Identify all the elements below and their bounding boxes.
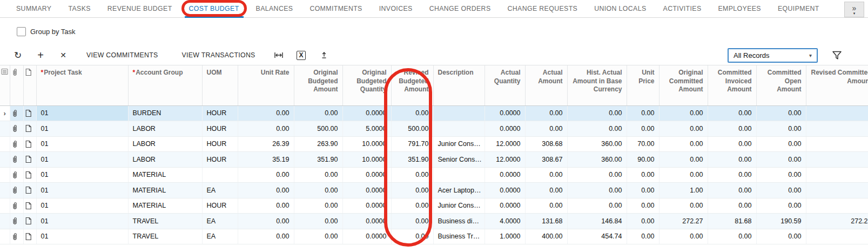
cell-orig_committed_amount[interactable]: 0.00 [659, 152, 708, 168]
cell-actual_quantity[interactable]: 0.0000 [485, 167, 525, 183]
cell-project_task[interactable]: 01 [36, 152, 128, 168]
delete-row-button[interactable]: ✕ [52, 47, 75, 63]
cell-unit_price[interactable]: 0.00 [627, 229, 659, 244]
cell-orig_budgeted_amount[interactable]: 0.00 [294, 183, 342, 198]
cell-uom[interactable]: EA [202, 214, 238, 229]
cell-orig_committed_amount[interactable]: 0.00 [659, 105, 708, 121]
cell-revised_budgeted_amount[interactable]: 0.00 [391, 214, 433, 229]
column-header-actual_amount[interactable]: Actual Amount [525, 65, 567, 105]
cell-orig_budgeted_quantity[interactable]: 0.0000 [342, 105, 391, 121]
cell-revised_committed_amount[interactable] [806, 229, 868, 244]
cell-orig_committed_amount[interactable]: 0.00 [659, 229, 708, 244]
cell-unit_price[interactable]: 0.00 [627, 105, 659, 121]
tab-balances[interactable]: BALANCES [256, 0, 293, 17]
cell-orig_committed_amount[interactable]: 0.00 [659, 136, 708, 152]
column-header-uom[interactable]: UOM [202, 65, 238, 105]
cell-actual_quantity[interactable]: 0.0000 [485, 121, 525, 137]
cell-committed_invoiced_amount[interactable]: 0.00 [708, 229, 756, 244]
note-cell[interactable] [23, 121, 36, 137]
column-header-orig_budgeted_quantity[interactable]: Original Budgeted Quantity [342, 65, 391, 105]
cell-unit_price[interactable]: 0.00 [627, 167, 659, 183]
cell-orig_committed_amount[interactable]: 0.00 [659, 121, 708, 137]
cell-orig_budgeted_amount[interactable]: 351.90 [294, 152, 342, 168]
cell-account_group[interactable]: MATERIAL [128, 167, 202, 183]
cell-committed_invoiced_amount[interactable]: 0.00 [708, 152, 756, 168]
cell-actual_amount[interactable]: 0.00 [525, 167, 567, 183]
cell-orig_committed_amount[interactable]: 0.00 [659, 198, 708, 214]
cell-unit_rate[interactable]: 26.39 [238, 136, 294, 152]
attachment-cell[interactable] [10, 152, 23, 168]
attachment-cell[interactable] [10, 214, 23, 229]
row-selector-cell[interactable]: › [0, 105, 10, 121]
attachment-cell[interactable] [10, 229, 23, 244]
tab-change-orders[interactable]: CHANGE ORDERS [429, 0, 491, 17]
cell-project_task[interactable]: 01 [36, 167, 128, 183]
cell-unit_rate[interactable]: 0.00 [238, 229, 294, 244]
cell-project_task[interactable]: 01 [36, 198, 128, 214]
cell-orig_budgeted_amount[interactable]: 263.90 [294, 136, 342, 152]
column-header-hist_actual_amount[interactable]: Hist. Actual Amount in Base Currency [567, 65, 627, 105]
cell-committed_invoiced_amount[interactable]: 81.68 [708, 214, 756, 229]
records-filter-select[interactable]: All Records ▾ [728, 48, 818, 63]
cell-orig_budgeted_amount[interactable]: 0.00 [294, 198, 342, 214]
cell-hist_actual_amount[interactable]: 0.00 [567, 183, 627, 198]
column-header-actual_quantity[interactable]: Actual Quantity [485, 65, 525, 105]
cell-orig_committed_amount[interactable]: 0.00 [659, 167, 708, 183]
cell-orig_budgeted_quantity[interactable]: 5.0000 [342, 121, 391, 137]
cell-orig_budgeted_amount[interactable]: 0.00 [294, 214, 342, 229]
cell-orig_budgeted_quantity[interactable]: 0.0000 [342, 183, 391, 198]
attachment-cell[interactable] [10, 121, 23, 137]
cell-orig_budgeted_quantity[interactable]: 0.0000 [342, 214, 391, 229]
cell-uom[interactable]: HOUR [202, 152, 238, 168]
cell-actual_amount[interactable]: 308.68 [525, 136, 567, 152]
note-cell[interactable] [23, 167, 36, 183]
cell-orig_budgeted_quantity[interactable]: 0.0000 [342, 167, 391, 183]
cell-actual_quantity[interactable]: 0.0000 [485, 183, 525, 198]
cell-unit_rate[interactable]: 35.19 [238, 152, 294, 168]
cell-orig_committed_amount[interactable]: 272.27 [659, 214, 708, 229]
tab-change-requests[interactable]: CHANGE REQUESTS [508, 0, 578, 17]
cell-uom[interactable]: EA [202, 183, 238, 198]
cell-committed_open_amount[interactable]: 0.00 [756, 167, 806, 183]
cell-revised_budgeted_amount[interactable]: 351.90 [391, 152, 433, 168]
column-header-revised_committed_amount[interactable]: Revised Committed Amount [806, 65, 868, 105]
cell-orig_budgeted_quantity[interactable]: 0.0000 [342, 229, 391, 244]
cell-revised_committed_amount[interactable] [806, 167, 868, 183]
fit-column-width-button[interactable] [267, 47, 290, 63]
cell-description[interactable]: Junior Cons… [433, 136, 485, 152]
cell-orig_budgeted_amount[interactable]: 0.00 [294, 105, 342, 121]
cell-unit_rate[interactable]: 0.00 [238, 121, 294, 137]
note-cell[interactable] [23, 136, 36, 152]
cell-account_group[interactable]: BURDEN [128, 105, 202, 121]
tab-employees[interactable]: EMPLOYEES [718, 0, 761, 17]
cell-hist_actual_amount[interactable]: 360.00 [567, 136, 627, 152]
cell-account_group[interactable]: TRAVEL [128, 229, 202, 244]
cell-uom[interactable]: HOUR [202, 136, 238, 152]
cell-account_group[interactable]: LABOR [128, 152, 202, 168]
cell-committed_open_amount[interactable]: 190.59 [756, 214, 806, 229]
cell-revised_budgeted_amount[interactable]: 0.00 [391, 167, 433, 183]
cell-account_group[interactable]: TRAVEL [128, 214, 202, 229]
column-header-account_group[interactable]: *Account Group [128, 65, 202, 105]
cell-account_group[interactable]: MATERIAL [128, 183, 202, 198]
column-header-revised_budgeted_amount[interactable]: Revised Budgeted Amount [391, 65, 433, 105]
cell-description[interactable] [433, 167, 485, 183]
cell-account_group[interactable]: LABOR [128, 136, 202, 152]
cell-description[interactable] [433, 105, 485, 121]
note-cell[interactable] [23, 198, 36, 214]
cell-revised_committed_amount[interactable] [806, 105, 868, 121]
cell-project_task[interactable]: 01 [36, 136, 128, 152]
attachment-cell[interactable] [10, 183, 23, 198]
row-selector-cell[interactable] [0, 136, 10, 152]
cell-hist_actual_amount[interactable]: 454.74 [567, 229, 627, 244]
cell-orig_budgeted_quantity[interactable]: 10.0000 [342, 152, 391, 168]
tab-tasks[interactable]: TASKS [68, 0, 90, 17]
cell-hist_actual_amount[interactable]: 360.00 [567, 152, 627, 168]
cell-orig_budgeted_amount[interactable]: 0.00 [294, 167, 342, 183]
cell-revised_budgeted_amount[interactable]: 0.00 [391, 105, 433, 121]
cell-actual_amount[interactable]: 308.67 [525, 152, 567, 168]
cell-revised_budgeted_amount[interactable]: 0.00 [391, 183, 433, 198]
attachment-cell[interactable] [10, 105, 23, 121]
note-cell[interactable] [23, 183, 36, 198]
cell-uom[interactable]: HOUR [202, 121, 238, 137]
